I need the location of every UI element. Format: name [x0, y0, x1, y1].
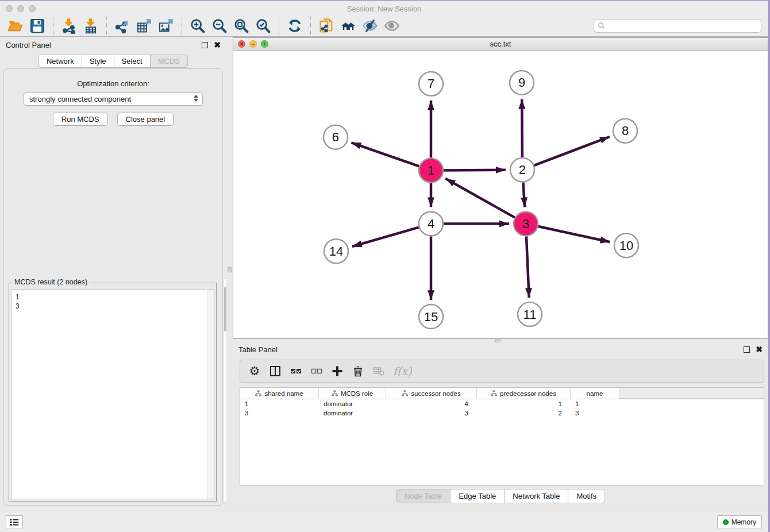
cell-name[interactable]: 1 — [571, 399, 619, 408]
close-table-panel-icon[interactable]: ✖ — [756, 346, 763, 353]
criterion-select[interactable]: strongly connected component — [24, 92, 203, 106]
graph-edge-2-9[interactable] — [522, 99, 522, 157]
toolbar-separator — [279, 17, 279, 35]
search-input[interactable] — [606, 20, 761, 32]
graph-node-9[interactable]: 9 — [510, 71, 534, 95]
export-table-icon — [136, 18, 152, 34]
column-header-name[interactable]: name — [571, 388, 619, 399]
table-row[interactable]: 3dominator323 — [240, 408, 764, 418]
horizontal-splitter-handle[interactable] — [495, 339, 500, 342]
delete-column-button[interactable] — [349, 363, 367, 380]
graph-node-3[interactable]: 3 — [514, 211, 538, 236]
create-column-button[interactable] — [329, 363, 346, 380]
network-window-titlebar[interactable]: ✕ − + scc.txt — [233, 38, 768, 51]
result-scrollbar[interactable] — [207, 290, 214, 499]
graph-edge-4-14[interactable] — [352, 228, 419, 247]
svg-text:8: 8 — [622, 124, 629, 138]
export-network-button[interactable] — [111, 17, 133, 35]
import-network-button[interactable] — [58, 17, 80, 35]
unselect-all-icon — [311, 365, 322, 377]
column-header-shared-name[interactable]: shared name — [240, 388, 319, 399]
graph-edge-1-6[interactable] — [351, 142, 419, 166]
graph-edge-3-1[interactable] — [445, 179, 515, 218]
tab-edge-table[interactable]: Edge Table — [451, 489, 505, 503]
graph-node-7[interactable]: 7 — [419, 72, 443, 96]
close-panel-icon[interactable]: ✖ — [214, 42, 221, 48]
export-table-button[interactable] — [133, 17, 155, 35]
refresh-view-button[interactable] — [284, 17, 306, 35]
cell-MCDS-role[interactable]: dominator — [319, 399, 386, 408]
open-session-button[interactable] — [5, 17, 26, 35]
splitter-handle[interactable] — [228, 267, 232, 272]
vertical-splitter[interactable] — [226, 37, 233, 510]
table-options-button[interactable]: ⚙ — [246, 363, 263, 380]
graph-node-11[interactable]: 11 — [518, 302, 542, 326]
tab-motifs[interactable]: Motifs — [568, 489, 605, 503]
svg-text:6: 6 — [332, 130, 339, 144]
close-network-icon[interactable]: ✕ — [238, 40, 245, 48]
select-all-columns-button[interactable] — [287, 363, 305, 380]
graph-node-2[interactable]: 2 — [510, 158, 534, 182]
graph-node-4[interactable]: 4 — [419, 211, 443, 236]
control-tab-network[interactable]: Network — [38, 55, 82, 68]
column-header-successor-nodes[interactable]: successor nodes — [386, 388, 477, 399]
zoom-out-button[interactable] — [209, 17, 230, 35]
close-panel-button[interactable]: Close panel — [117, 113, 174, 126]
save-session-button[interactable] — [26, 17, 48, 35]
zoom-in-button[interactable] — [187, 17, 209, 35]
graph-edge-3-11[interactable] — [526, 236, 529, 298]
table-row[interactable]: 1dominator411 — [240, 399, 764, 408]
graph-node-10[interactable]: 10 — [614, 233, 638, 257]
tab-node-table[interactable]: Node Table — [396, 489, 451, 503]
graph-node-8[interactable]: 8 — [613, 119, 637, 143]
copy-current-network-button[interactable] — [315, 17, 337, 35]
svg-text:7: 7 — [428, 76, 434, 91]
network-canvas[interactable]: 7968124314101511 — [233, 51, 768, 338]
export-image-button[interactable] — [155, 17, 177, 35]
cell-successor-nodes[interactable]: 3 — [386, 408, 477, 418]
cell-shared-name[interactable]: 1 — [240, 399, 319, 408]
mcds-result-textarea[interactable]: 1 3 — [11, 290, 214, 499]
hide-graphics-details-button[interactable] — [359, 17, 381, 35]
column-header-MCDS-role[interactable]: MCDS role — [319, 388, 386, 399]
float-table-panel-icon[interactable] — [744, 346, 750, 353]
run-mcds-button[interactable]: Run MCDS — [53, 113, 108, 126]
task-history-button[interactable] — [6, 515, 23, 529]
graph-node-14[interactable]: 14 — [324, 239, 348, 263]
cell-successor-nodes[interactable]: 4 — [386, 399, 477, 408]
cell-shared-name[interactable]: 3 — [240, 408, 319, 418]
cell-predecessor-nodes[interactable]: 2 — [477, 408, 571, 418]
cell-predecessor-nodes[interactable]: 1 — [477, 399, 571, 408]
maximize-network-icon[interactable]: + — [261, 40, 268, 48]
first-neighbors-button[interactable] — [337, 17, 359, 35]
control-tab-mcds[interactable]: MCDS — [151, 55, 188, 68]
hierarchy-icon — [332, 390, 338, 396]
graph-node-15[interactable]: 15 — [419, 304, 443, 329]
graph-edge-2-8[interactable] — [534, 137, 610, 165]
toolbar-separator — [310, 17, 311, 35]
delete-table-button[interactable] — [370, 363, 387, 380]
graph-edge-1-2[interactable] — [444, 170, 506, 171]
column-header-predecessor-nodes[interactable]: predecessor nodes — [477, 388, 571, 399]
graph-edge-2-3[interactable] — [523, 182, 525, 207]
float-panel-icon[interactable] — [202, 42, 208, 48]
graph-node-1[interactable]: 1 — [419, 159, 443, 183]
control-tab-style[interactable]: Style — [82, 55, 114, 68]
zoom-fit-button[interactable] — [230, 17, 252, 35]
graph-edge-3-10[interactable] — [538, 226, 610, 242]
cell-name[interactable]: 3 — [571, 408, 619, 418]
show-graphics-details-button[interactable] — [381, 17, 403, 35]
cell-MCDS-role[interactable]: dominator — [319, 408, 386, 418]
memory-button[interactable]: Memory — [717, 515, 762, 529]
import-table-button[interactable] — [80, 17, 102, 35]
zoom-selected-button[interactable] — [252, 17, 274, 35]
unselect-all-columns-button[interactable] — [308, 363, 325, 380]
svg-text:10: 10 — [619, 238, 633, 253]
function-builder-button[interactable]: f(x) — [391, 363, 412, 380]
grey-eye-icon — [384, 18, 400, 34]
control-tab-select[interactable]: Select — [114, 55, 151, 68]
graph-node-6[interactable]: 6 — [324, 125, 348, 149]
tab-network-table[interactable]: Network Table — [505, 489, 568, 503]
show-columns-button[interactable] — [267, 363, 284, 380]
minimize-network-icon[interactable]: − — [249, 40, 257, 48]
